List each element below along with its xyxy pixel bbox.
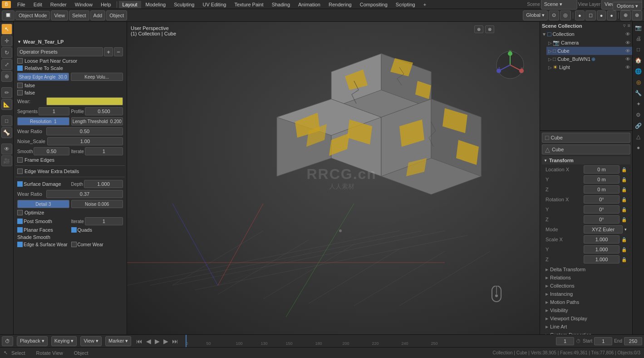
corner-wear-checkbox[interactable] [71, 242, 77, 247]
motion-paths-header[interactable]: Motion Paths [542, 298, 630, 306]
tab-data[interactable]: △ [634, 132, 644, 142]
tab-material[interactable]: ● [634, 143, 644, 153]
planar-faces-checkbox[interactable] [17, 227, 23, 233]
line-art-header[interactable]: Line Art [542, 323, 630, 331]
timeline-view[interactable]: View ▾ [80, 336, 102, 346]
menu-help[interactable]: Help [97, 1, 115, 8]
post-smooth-checkbox[interactable] [17, 219, 23, 224]
detail-field[interactable]: Detail 3 [17, 200, 69, 208]
rotation-x-field[interactable]: 0° [584, 195, 619, 204]
location-x-field[interactable]: 0 m [584, 165, 619, 174]
tab-physics[interactable]: ⚙ [634, 110, 644, 120]
tool-camera[interactable]: 🎥 [1, 155, 12, 166]
frame-edges-checkbox[interactable] [17, 157, 23, 163]
scene-selector[interactable]: Scene ▾ [541, 0, 577, 10]
wear-ratio-field[interactable]: 0.50 [46, 127, 123, 135]
tree-cube-bulwn1[interactable]: ▷ □ Cube_BulWN1 ⊕ 👁 [546, 55, 632, 63]
shading-solid[interactable]: ● [575, 10, 585, 20]
overlay-btn[interactable]: ⊕ [620, 10, 631, 20]
gizmo-widget[interactable]: Y X Z [494, 49, 526, 81]
rotation-mode-field[interactable]: XYZ Euler [584, 225, 623, 234]
workspace-compositing[interactable]: Compositing [356, 1, 391, 8]
tree-light[interactable]: ▷ ☀ Light 👁 [546, 63, 632, 71]
workspace-texture-paint[interactable]: Texture Paint [231, 1, 267, 8]
segments-field[interactable]: 1 [39, 107, 69, 115]
tool-transform[interactable]: ⊕ [1, 71, 12, 82]
viewport-object[interactable]: Object [106, 10, 127, 20]
tool-measure[interactable]: 📐 [1, 99, 12, 110]
viewport-display-header[interactable]: Viewport Display [542, 314, 630, 323]
presets-remove-btn[interactable]: − [114, 47, 123, 56]
collection-visibility[interactable]: 👁 [625, 31, 630, 37]
relative-to-scale-checkbox[interactable] [17, 65, 23, 71]
timeline-playback[interactable]: Playback ▾ [17, 336, 48, 346]
viewport-view[interactable]: View [51, 10, 68, 20]
tool-rotate[interactable]: ↻ [1, 47, 12, 58]
delta-transform-header[interactable]: Delta Transform [542, 265, 630, 273]
cube-bulwn1-visibility[interactable]: 👁 [625, 56, 630, 62]
gizmo-toggle[interactable]: ⊗ [485, 25, 494, 33]
editor-type-btn[interactable]: 🔲 [2, 10, 15, 20]
instancing-header[interactable]: Instancing [542, 290, 630, 298]
menu-file[interactable]: File [14, 1, 29, 8]
panel-title[interactable]: ▼ Wear_N_Tear_LP [15, 37, 125, 46]
tab-particle[interactable]: ✦ [634, 99, 644, 109]
tree-camera[interactable]: ▷ 📷 Camera 👁 [546, 39, 632, 47]
workspace-animation[interactable]: Animation [295, 1, 324, 8]
workspace-shading[interactable]: Shading [268, 1, 294, 8]
sharp-edge-angle[interactable]: Sharp Edge Angle 30.0 [17, 73, 69, 81]
rotation-z-field[interactable]: 0° [584, 215, 619, 224]
noise-scale-field[interactable]: 1.00 [47, 137, 123, 145]
tree-cube[interactable]: ▷ □ Cube 👁 [546, 47, 632, 55]
keep-volu-btn[interactable]: Keep Volu... [71, 73, 123, 81]
operator-presets-dropdown[interactable]: Operator Presets [17, 47, 103, 56]
start-frame-field[interactable]: 1 [594, 337, 612, 345]
workspace-uv-editing[interactable]: UV Editing [199, 1, 230, 8]
gizmo-btn[interactable]: ⊗ [632, 10, 642, 20]
step-forward-btn[interactable]: ▶ [162, 337, 170, 346]
optimize-checkbox[interactable] [17, 210, 23, 215]
wear-ratio2-field[interactable]: 0.37 [46, 190, 123, 198]
location-y-field[interactable]: 0 m [584, 175, 619, 184]
tree-collection[interactable]: ▼ □ Collection 👁 [540, 30, 632, 39]
visibility-header[interactable]: Visibility [542, 306, 630, 314]
resolution-field[interactable]: Resolution 1 [17, 117, 69, 125]
relations-header[interactable]: Relations [542, 273, 630, 282]
jump-end-btn[interactable]: ⏭ [171, 337, 180, 346]
tab-world[interactable]: 🌐 [634, 66, 644, 76]
camera-visibility[interactable]: 👁 [625, 40, 630, 45]
timeline-keying[interactable]: Keying ▾ [51, 336, 77, 346]
mode-selector[interactable]: Object Mode [15, 11, 50, 20]
viewport-canvas[interactable]: User Perspective (1) Collection | Cube Y… [127, 22, 540, 334]
viewport-select[interactable]: Select [69, 10, 89, 20]
snap-btn[interactable]: ⊙ [549, 10, 559, 20]
object-name-bar[interactable]: □ Cube [542, 133, 630, 143]
transform-header[interactable]: ▼ Transform [542, 156, 630, 164]
tool-annotate[interactable]: ✏ [1, 87, 12, 98]
tool-cursor[interactable]: ↖ [1, 24, 12, 35]
depth-field[interactable]: 1.000 [84, 180, 123, 188]
rotation-y-field[interactable]: 0° [584, 205, 619, 214]
workspace-sculpting[interactable]: Sculpting [170, 1, 198, 8]
tab-object[interactable]: ◎ [634, 77, 644, 87]
play-btn[interactable]: ▶ [153, 337, 161, 346]
scale-y-field[interactable]: 1.000 [584, 245, 619, 254]
menu-edit[interactable]: Edit [30, 1, 46, 8]
tool-add-cube[interactable]: □ [1, 115, 12, 126]
light-visibility[interactable]: 👁 [625, 65, 630, 70]
tab-view-layer[interactable]: □ [634, 45, 644, 55]
post-smooth-iterate-field[interactable]: 1 [85, 217, 123, 225]
presets-add-btn[interactable]: + [104, 47, 113, 56]
mesh-name-bar[interactable]: △ Cube [542, 144, 630, 154]
workspace-scripting[interactable]: Scripting [392, 1, 419, 8]
menu-window[interactable]: Window [71, 1, 96, 8]
workspace-layout[interactable]: Layout [119, 1, 141, 8]
tab-constraints[interactable]: 🔗 [634, 121, 644, 131]
tool-scale[interactable]: ⤢ [1, 59, 12, 70]
viewport[interactable]: User Perspective (1) Collection | Cube Y… [127, 22, 540, 334]
menu-render[interactable]: Render [47, 1, 70, 8]
quads-checkbox[interactable] [71, 227, 77, 233]
cube-visibility[interactable]: 👁 [625, 48, 630, 54]
workspace-add[interactable]: + [420, 1, 430, 8]
shading-rendered[interactable]: ● [597, 10, 606, 20]
